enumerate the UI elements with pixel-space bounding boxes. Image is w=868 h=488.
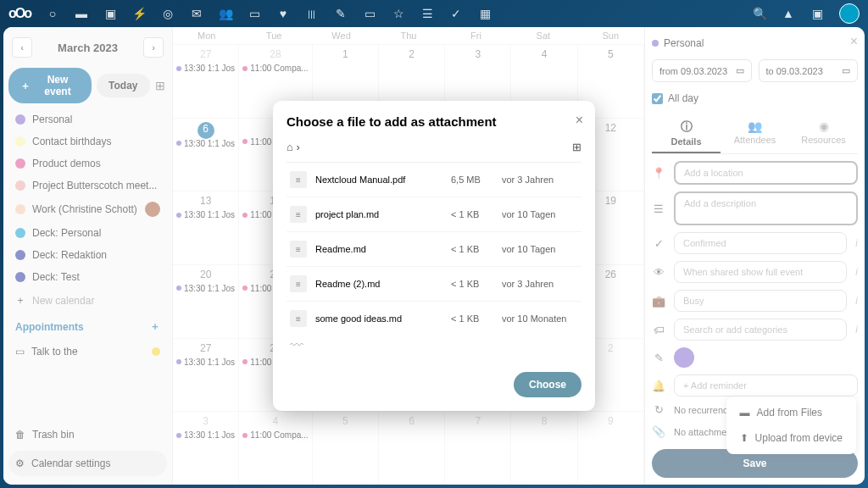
file-icon: ≡ bbox=[290, 206, 307, 223]
photos-icon[interactable]: ▣ bbox=[103, 7, 117, 20]
calendar-icon[interactable]: ▭ bbox=[248, 7, 261, 20]
top-bar: oOo ○ ▬ ▣ ⚡ ◎ ✉ 👥 ▭ ♥ ⫼ ✎ ▭ ☆ ☰ ✓ ▦ 🔍 ▲ … bbox=[0, 0, 868, 27]
file-row[interactable]: ≡Readme.md< 1 KBvor 10 Tagen bbox=[287, 232, 581, 267]
bookmarks-icon[interactable]: ☆ bbox=[392, 7, 405, 20]
analytics-icon[interactable]: ⫼ bbox=[305, 7, 319, 20]
contacts-menu-icon[interactable]: ▣ bbox=[810, 7, 824, 20]
tasks-icon[interactable]: ✓ bbox=[449, 7, 463, 20]
grid-view-icon[interactable]: ⊞ bbox=[572, 141, 581, 153]
file-list: ≡Nextcloud Manual.pdf6,5 MBvor 3 Jahren≡… bbox=[287, 162, 581, 331]
file-row[interactable]: ≡Readme (2).md< 1 KBvor 3 Jahren bbox=[287, 267, 581, 302]
talk-icon[interactable]: ◎ bbox=[161, 7, 175, 20]
file-icon: ≡ bbox=[290, 241, 307, 258]
dashboard-icon[interactable]: ○ bbox=[46, 7, 59, 20]
contacts-icon[interactable]: 👥 bbox=[219, 7, 232, 20]
home-icon[interactable]: ⌂ › bbox=[287, 141, 300, 153]
file-row[interactable]: ≡project plan.md< 1 KBvor 10 Tagen bbox=[287, 197, 581, 232]
file-row[interactable]: ≡some good ideas.md< 1 KBvor 10 Monaten bbox=[287, 302, 581, 331]
list-icon[interactable]: ☰ bbox=[420, 7, 434, 20]
user-avatar[interactable] bbox=[839, 3, 860, 24]
files-icon[interactable]: ▬ bbox=[75, 7, 88, 20]
file-icon: ≡ bbox=[290, 275, 307, 292]
modal-title: Choose a file to add as attachment bbox=[287, 114, 581, 129]
search-icon[interactable]: 🔍 bbox=[753, 7, 766, 20]
notes-icon[interactable]: ✎ bbox=[334, 7, 348, 20]
file-row[interactable]: ≡Nextcloud Manual.pdf6,5 MBvor 3 Jahren bbox=[287, 163, 581, 197]
mail-icon[interactable]: ✉ bbox=[190, 7, 203, 20]
more-indicator: 〰 bbox=[287, 331, 581, 360]
file-picker-modal: × Choose a file to add as attachment ⌂ ›… bbox=[273, 101, 595, 411]
file-icon: ≡ bbox=[290, 310, 307, 327]
modal-backdrop: × Choose a file to add as attachment ⌂ ›… bbox=[3, 27, 865, 485]
health-icon[interactable]: ♥ bbox=[276, 7, 290, 20]
tables-icon[interactable]: ▦ bbox=[478, 7, 492, 20]
logo[interactable]: oOo bbox=[8, 6, 31, 21]
activity-icon[interactable]: ⚡ bbox=[132, 7, 146, 20]
deck-icon[interactable]: ▭ bbox=[363, 7, 376, 20]
file-icon: ≡ bbox=[290, 171, 307, 188]
close-modal-button[interactable]: × bbox=[576, 113, 583, 128]
notifications-icon[interactable]: ▲ bbox=[782, 7, 795, 20]
choose-button[interactable]: Choose bbox=[514, 372, 581, 397]
